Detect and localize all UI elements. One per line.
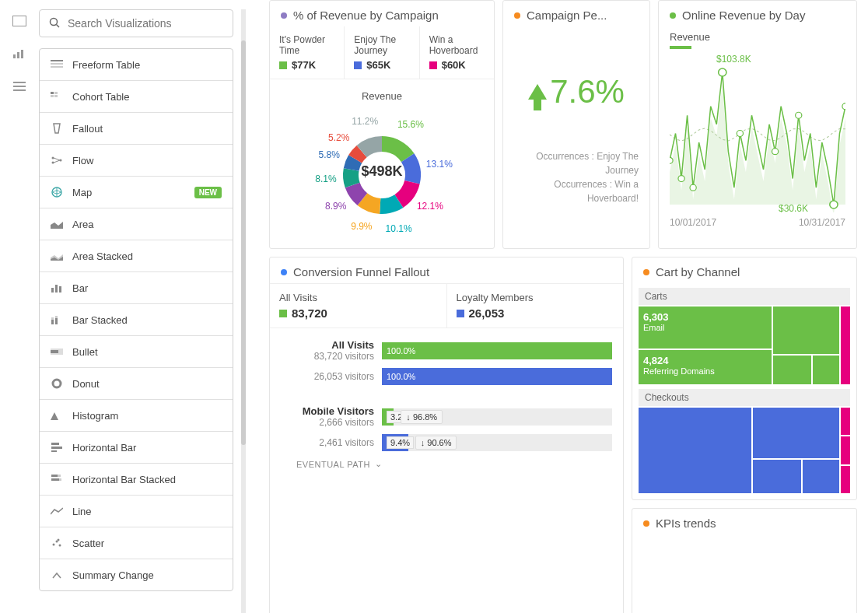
svg-rect-12 [51, 92, 54, 94]
line-chart: $103.8K $30.6K [670, 57, 845, 212]
treemap-cell[interactable] [813, 356, 839, 384]
bullet-icon [51, 345, 63, 358]
panel-cart-by-channel: Cart by Channel Carts 6,303 Email 4,824 [632, 257, 857, 500]
svg-rect-2 [17, 52, 19, 58]
panel-title: Conversion Funnel Fallout [293, 265, 429, 278]
dashboard-main: % of Revenue by Campaign It's Powder Tim… [269, 0, 868, 613]
legend-name: Win a Hoverboard [429, 34, 485, 59]
treemap-cell[interactable] [639, 408, 751, 493]
fallout-row: Mobile Visitors2,666 visitors3.2%↓ 96.8% [281, 405, 612, 428]
viz-item-area-stacked[interactable]: Area Stacked [40, 240, 233, 272]
search-input[interactable] [66, 16, 223, 30]
viz-item-donut[interactable]: Donut [40, 368, 233, 400]
treemap-cell[interactable] [841, 436, 850, 464]
eventual-path-toggle[interactable]: EVENTUAL PATH ⌄ [296, 459, 612, 469]
viz-item-label: Bullet [72, 346, 98, 358]
histogram-icon [51, 409, 63, 422]
treemap-cell[interactable] [803, 460, 839, 493]
viz-item-cohort[interactable]: Cohort Table [40, 81, 233, 113]
occurrence-line-2: Occurrences : Win a Hoverboard! [514, 177, 639, 205]
fallout-row: 2,461 visitors9.4%↓ 90.6% [281, 434, 612, 451]
viz-item-flow[interactable]: Flow [40, 145, 233, 177]
treemap-cell[interactable] [753, 460, 801, 493]
search-box[interactable] [39, 9, 233, 37]
panel-conversion-fallout: Conversion Funnel Fallout All Visits83,7… [269, 257, 624, 613]
treemap-cell[interactable]: 4,824 Referring Domains [639, 350, 772, 384]
treemap-cell[interactable] [773, 306, 839, 354]
fallout-legend-value: 26,053 [457, 306, 614, 320]
series-swatch [670, 46, 691, 49]
legend-name: It's Powder Time [279, 34, 334, 59]
viz-item-summary[interactable]: Summary Change [40, 559, 233, 590]
treemap-cell[interactable] [773, 356, 811, 384]
treemap-section-carts: Carts [639, 288, 850, 305]
viz-item-map[interactable]: MapNEW [40, 177, 233, 208]
svg-rect-15 [54, 95, 58, 97]
viz-item-label: Summary Change [72, 569, 154, 581]
viz-item-label: Donut [72, 378, 100, 390]
viz-item-label: Scatter [72, 538, 104, 549]
left-rail [0, 0, 39, 613]
hbar-stacked-icon [51, 473, 63, 485]
svg-rect-34 [51, 450, 57, 452]
donut-slice-label: 13.1% [426, 159, 453, 170]
svg-point-7 [51, 18, 58, 25]
hbar-icon [51, 441, 63, 454]
svg-rect-36 [58, 475, 61, 477]
fallout-bar-fill [382, 368, 612, 385]
treemap-cell[interactable] [841, 306, 850, 384]
viz-item-line[interactable]: Line [40, 496, 233, 527]
viz-item-histogram[interactable]: Histogram [40, 400, 233, 432]
panel-title: Campaign Pe... [527, 9, 607, 22]
viz-item-bar-stacked[interactable]: Bar Stacked [40, 304, 233, 336]
panel-title: Cart by Channel [656, 265, 740, 278]
panel-dot-icon [514, 12, 520, 19]
x-axis-end: 10/31/2017 [799, 217, 845, 228]
viz-item-bar[interactable]: Bar [40, 272, 233, 304]
viz-item-scatter[interactable]: Scatter [40, 527, 233, 559]
viz-item-hbar[interactable]: Horizontal Bar [40, 432, 233, 464]
viz-item-label: Area Stacked [72, 250, 133, 262]
panel-scrollbar[interactable] [241, 9, 246, 613]
fallout-row: All Visits83,720 visitors100.0% [281, 339, 612, 362]
fallout-pct: 100.0% [387, 372, 415, 381]
treemap-cell[interactable] [841, 408, 850, 435]
svg-rect-32 [51, 443, 59, 445]
panel-dot-icon [281, 269, 287, 275]
donut-slice-label: 10.1% [386, 223, 412, 234]
svg-rect-24 [51, 320, 54, 324]
svg-rect-21 [51, 288, 54, 292]
summary-icon [51, 569, 63, 581]
components-icon[interactable] [12, 79, 26, 93]
area-icon [51, 218, 63, 230]
fallout-step-label: Mobile Visitors2,666 visitors [281, 405, 382, 428]
viz-item-table[interactable]: Freeform Table [40, 49, 233, 81]
treemap-section-checkouts: Checkouts [639, 389, 850, 406]
donut-chart: $498K 15.6%13.1%12.1%10.1%9.9%8.9%8.1%5.… [281, 105, 483, 237]
panel-online-revenue: Online Revenue by Day Revenue $103.8K $3… [658, 0, 857, 249]
treemap-checkouts [639, 408, 850, 493]
svg-point-50 [796, 112, 802, 118]
svg-point-47 [690, 184, 696, 191]
new-badge: NEW [194, 187, 222, 198]
viz-item-hbar-stacked[interactable]: Horizontal Bar Stacked [40, 464, 233, 496]
visualizations-icon[interactable] [12, 47, 26, 61]
fallout-pct: 100.0% [387, 346, 415, 356]
fallout-drop: ↓ 96.8% [401, 410, 443, 424]
treemap-cell[interactable] [841, 466, 850, 493]
fallout-row: 26,053 visitors100.0% [281, 368, 612, 385]
viz-item-area[interactable]: Area [40, 208, 233, 240]
treemap-cell[interactable] [753, 408, 839, 458]
series-label: Revenue [670, 31, 845, 43]
treemap-cell[interactable]: 6,303 Email [639, 306, 772, 349]
visualization-list: Freeform TableCohort TableFalloutFlowMap… [39, 48, 233, 591]
donut-slice-label: 5.2% [328, 132, 349, 143]
viz-item-fallout[interactable]: Fallout [40, 113, 233, 145]
panel-icon[interactable] [12, 14, 26, 28]
fallout-step-label: 2,461 visitors [281, 437, 382, 448]
viz-item-label: Bar Stacked [72, 314, 128, 326]
panel-title: % of Revenue by Campaign [293, 9, 439, 22]
viz-item-bullet[interactable]: Bullet [40, 336, 233, 368]
viz-item-label: Bar [72, 282, 88, 294]
svg-rect-22 [55, 285, 58, 292]
